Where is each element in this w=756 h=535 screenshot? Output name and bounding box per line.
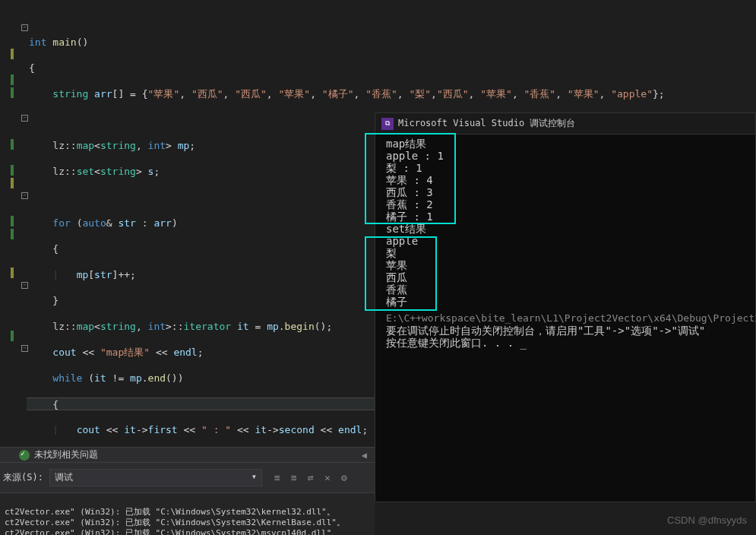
console-line: 橘子 xyxy=(386,296,755,308)
clear-icon[interactable]: ✕ xyxy=(321,472,334,484)
wrap-icon[interactable]: ⇄ xyxy=(305,472,317,484)
highlight-box xyxy=(365,236,437,311)
breakpoint-marker[interactable] xyxy=(11,165,14,176)
indent-right-icon[interactable]: ≡ xyxy=(288,472,300,484)
check-icon xyxy=(19,450,30,461)
console-line: 香蕉 xyxy=(386,283,755,296)
console-line: set结果 xyxy=(386,223,755,235)
console-hint: 要在调试停止时自动关闭控制台，请启用"工具"->"选项"->"调试" xyxy=(386,324,755,337)
highlight-box xyxy=(365,133,456,224)
breakpoint-marker[interactable] xyxy=(11,229,14,239)
settings-icon[interactable]: ⚙ xyxy=(338,472,350,484)
gutter: − − − − − xyxy=(0,0,27,447)
breakpoint-marker[interactable] xyxy=(11,216,14,226)
console-line: 梨 xyxy=(386,247,755,259)
collapse-toggle[interactable]: − xyxy=(21,282,28,289)
punct: () xyxy=(77,36,89,48)
breakpoint-marker[interactable] xyxy=(11,331,14,341)
source-dropdown[interactable]: 调试▾ xyxy=(49,469,262,486)
source-label: 来源(S): xyxy=(3,471,43,484)
vs-icon: ⧉ xyxy=(381,118,394,130)
status-message: 未找到相关问题 xyxy=(34,448,98,461)
output-text[interactable]: ct2Vector.exe" (Win32): 已加载 "C:\Windows\… xyxy=(0,493,375,535)
breakpoint-marker[interactable] xyxy=(11,49,14,59)
console-line: 西瓜 xyxy=(386,271,755,283)
collapse-toggle[interactable]: − xyxy=(21,24,28,31)
function: main xyxy=(52,36,76,48)
scroll-left-icon[interactable]: ◀ xyxy=(362,450,367,461)
breakpoint-marker[interactable] xyxy=(11,74,14,85)
console-title-text: Microsoft Visual Studio 调试控制台 xyxy=(398,117,575,130)
collapse-toggle[interactable]: − xyxy=(21,115,28,122)
console-body[interactable]: map结果 apple : 1 梨 : 1 苹果 : 4 西瓜 : 3 香蕉 :… xyxy=(375,135,755,349)
console-titlebar[interactable]: ⧉ Microsoft Visual Studio 调试控制台 xyxy=(375,113,755,135)
console-line: 苹果 xyxy=(386,259,755,271)
output-panel: 来源(S): 调试▾ ≡ ≡ ⇄ ✕ ⚙ ct2Vector.exe" (Win… xyxy=(0,462,375,535)
breakpoint-marker[interactable] xyxy=(11,178,14,188)
debug-console-window[interactable]: ⧉ Microsoft Visual Studio 调试控制台 map结果 ap… xyxy=(375,112,756,502)
collapse-toggle[interactable]: − xyxy=(21,192,28,199)
keyword: int xyxy=(29,36,46,48)
indent-left-icon[interactable]: ≡ xyxy=(271,472,283,484)
status-bar: 未找到相关问题 ◀ xyxy=(0,447,375,462)
breakpoint-marker[interactable] xyxy=(11,268,14,278)
console-hint: 按任意键关闭此窗口. . . _ xyxy=(386,337,755,349)
console-line: apple xyxy=(386,235,755,247)
breakpoint-marker[interactable] xyxy=(11,139,14,150)
console-path: E:\C++workspace\bite_learn\L1\Project2Ve… xyxy=(386,312,755,324)
collapse-toggle[interactable]: − xyxy=(21,345,28,352)
watermark: CSDN @dfnsyyds xyxy=(667,514,747,526)
panel-toolbar: 来源(S): 调试▾ ≡ ≡ ⇄ ✕ ⚙ xyxy=(0,463,375,493)
breakpoint-marker[interactable] xyxy=(11,87,14,98)
